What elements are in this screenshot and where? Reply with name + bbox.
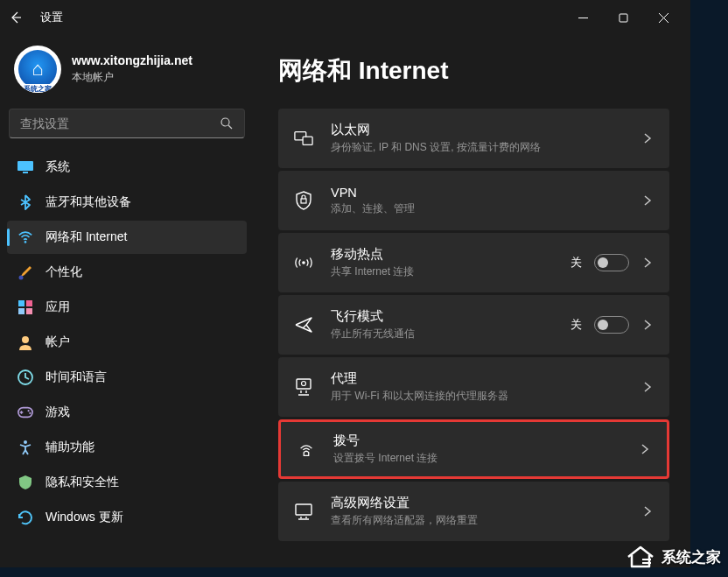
svg-point-21 bbox=[302, 382, 306, 386]
dialup-icon bbox=[297, 440, 316, 459]
body-area: ⌂ 系统之家 www.xitongzhijia.net 本地帐户 系统蓝牙和其他… bbox=[0, 35, 690, 567]
card-ethernet[interactable]: 以太网 身份验证, IP 和 DNS 设置, 按流量计费的网络 bbox=[278, 109, 669, 168]
chevron-right-icon bbox=[639, 443, 651, 455]
watermark-house-icon bbox=[625, 544, 656, 570]
card-proxy[interactable]: 代理 用于 Wi-Fi 和以太网连接的代理服务器 bbox=[278, 357, 669, 417]
sidebar-item-update[interactable]: Windows 更新 bbox=[7, 501, 247, 534]
card-desc: 查看所有网络适配器，网络重置 bbox=[331, 513, 624, 528]
settings-window: 设置 ⌂ 系统之家 www.xitongzhijia.net 本地帐户 bbox=[0, 0, 690, 567]
svg-point-5 bbox=[19, 276, 24, 280]
card-right bbox=[641, 505, 654, 517]
svg-point-15 bbox=[24, 440, 27, 444]
chevron-right-icon bbox=[641, 319, 654, 331]
card-right: 关 bbox=[570, 254, 654, 271]
card-text: 飞行模式 停止所有无线通信 bbox=[331, 308, 553, 341]
card-airplane[interactable]: 飞行模式 停止所有无线通信 关 bbox=[278, 295, 669, 355]
sidebar-item-apps[interactable]: 应用 bbox=[7, 291, 247, 324]
svg-rect-20 bbox=[297, 379, 311, 389]
svg-rect-7 bbox=[26, 300, 32, 306]
card-desc: 停止所有无线通信 bbox=[331, 327, 553, 341]
sidebar-item-label: Windows 更新 bbox=[46, 510, 123, 525]
hotspot-icon bbox=[294, 253, 313, 272]
card-desc: 添加、连接、管理 bbox=[331, 201, 624, 216]
card-text: 高级网络设置 查看所有网络适配器，网络重置 bbox=[331, 495, 624, 528]
sidebar-item-accessibility[interactable]: 辅助功能 bbox=[7, 431, 247, 464]
account-icon bbox=[18, 334, 33, 350]
sidebar-item-label: 帐户 bbox=[46, 334, 70, 350]
svg-point-4 bbox=[24, 241, 27, 243]
minimize-button[interactable] bbox=[563, 4, 603, 32]
card-text: VPN 添加、连接、管理 bbox=[331, 186, 624, 216]
sidebar-item-account[interactable]: 帐户 bbox=[7, 326, 247, 359]
window-controls bbox=[563, 4, 683, 32]
card-desc: 共享 Internet 连接 bbox=[331, 264, 553, 279]
minimize-icon bbox=[578, 13, 588, 23]
card-right bbox=[639, 443, 651, 455]
svg-rect-6 bbox=[18, 300, 24, 306]
close-button[interactable] bbox=[643, 4, 683, 32]
wifi-icon bbox=[18, 229, 33, 245]
sidebar-item-time[interactable]: 时间和语言 bbox=[7, 361, 247, 394]
toggle-airplane[interactable] bbox=[594, 316, 629, 334]
back-button[interactable] bbox=[7, 9, 24, 26]
maximize-button[interactable] bbox=[603, 4, 643, 32]
sidebar-item-wifi[interactable]: 网络和 Internet bbox=[7, 221, 247, 254]
sidebar-item-label: 辅助功能 bbox=[46, 440, 94, 455]
back-arrow-icon bbox=[9, 11, 23, 25]
sidebar-item-bluetooth[interactable]: 蓝牙和其他设备 bbox=[7, 186, 247, 219]
card-text: 代理 用于 Wi-Fi 和以太网连接的代理服务器 bbox=[331, 370, 624, 404]
toggle-label: 关 bbox=[570, 317, 582, 333]
accessibility-icon bbox=[18, 440, 33, 455]
sidebar-item-game[interactable]: 游戏 bbox=[7, 396, 247, 429]
titlebar: 设置 bbox=[0, 0, 690, 35]
system-icon bbox=[18, 159, 33, 175]
content-area: 网络和 Internet 以太网 身份验证, IP 和 DNS 设置, 按流量计… bbox=[254, 35, 690, 567]
toggle-hotspot[interactable] bbox=[594, 254, 629, 271]
svg-rect-22 bbox=[296, 504, 312, 515]
card-advanced[interactable]: 高级网络设置 查看所有网络适配器，网络重置 bbox=[278, 482, 669, 541]
search-input[interactable] bbox=[20, 116, 220, 130]
svg-point-10 bbox=[22, 336, 29, 343]
card-vpn[interactable]: VPN 添加、连接、管理 bbox=[278, 171, 669, 230]
card-desc: 设置拨号 Internet 连接 bbox=[333, 451, 621, 466]
sidebar-item-privacy[interactable]: 隐私和安全性 bbox=[7, 466, 247, 499]
user-subtitle: 本地帐户 bbox=[72, 70, 192, 85]
card-right: 关 bbox=[570, 316, 654, 334]
search-icon bbox=[220, 116, 234, 130]
vpn-icon bbox=[294, 191, 313, 210]
svg-point-1 bbox=[221, 118, 229, 126]
sidebar-item-system[interactable]: 系统 bbox=[7, 151, 247, 184]
time-icon bbox=[18, 369, 33, 385]
sidebar-item-label: 应用 bbox=[46, 299, 70, 315]
card-title: 以太网 bbox=[331, 122, 624, 138]
svg-rect-2 bbox=[18, 161, 33, 171]
search-wrap bbox=[7, 109, 247, 151]
search-box[interactable] bbox=[9, 109, 245, 138]
sidebar-item-label: 系统 bbox=[46, 159, 70, 175]
svg-rect-17 bbox=[303, 137, 312, 144]
user-text: www.xitongzhijia.net 本地帐户 bbox=[72, 53, 192, 85]
card-title: VPN bbox=[331, 186, 624, 200]
sidebar-item-brush[interactable]: 个性化 bbox=[7, 256, 247, 289]
chevron-right-icon bbox=[641, 132, 654, 144]
watermark: 系统之家 bbox=[625, 544, 721, 570]
card-hotspot[interactable]: 移动热点 共享 Internet 连接 关 bbox=[278, 233, 669, 292]
apps-icon bbox=[18, 299, 33, 315]
user-block[interactable]: ⌂ 系统之家 www.xitongzhijia.net 本地帐户 bbox=[7, 35, 247, 109]
card-desc: 身份验证, IP 和 DNS 设置, 按流量计费的网络 bbox=[331, 140, 624, 155]
sidebar: ⌂ 系统之家 www.xitongzhijia.net 本地帐户 系统蓝牙和其他… bbox=[0, 35, 254, 567]
proxy-icon bbox=[294, 377, 313, 397]
ethernet-icon bbox=[294, 129, 313, 148]
svg-rect-0 bbox=[620, 14, 627, 22]
user-name: www.xitongzhijia.net bbox=[72, 53, 192, 67]
airplane-icon bbox=[294, 315, 313, 334]
card-title: 拨号 bbox=[333, 433, 621, 449]
brush-icon bbox=[18, 264, 33, 280]
card-title: 高级网络设置 bbox=[331, 495, 624, 511]
card-dialup[interactable]: 拨号 设置拨号 Internet 连接 bbox=[278, 419, 669, 479]
card-title: 移动热点 bbox=[331, 246, 553, 263]
svg-rect-8 bbox=[18, 308, 24, 314]
card-right bbox=[641, 132, 654, 144]
svg-rect-3 bbox=[23, 172, 28, 173]
advanced-icon bbox=[294, 502, 313, 521]
